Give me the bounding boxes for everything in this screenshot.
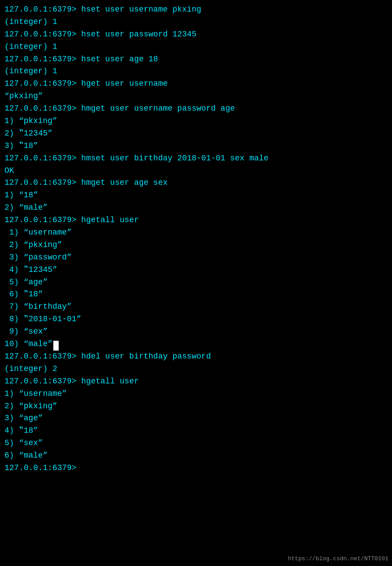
terminal-prompt-line: 127.0.0.1:6379> hgetall user <box>4 214 388 227</box>
terminal-result-line: 1) “username” <box>4 388 388 400</box>
terminal-result-line: 8) ‟2018-01-01” <box>4 313 388 326</box>
terminal-result-line: 3) “password” <box>4 251 388 264</box>
terminal-result-line: 1) “username” <box>4 227 388 239</box>
terminal-result-line: 5) “sex” <box>4 437 388 450</box>
terminal-result-line: “pkxing” <box>4 90 388 103</box>
terminal-result-line: 1) “pkxing” <box>4 115 388 128</box>
terminal-prompt-line: 127.0.0.1:6379> hmset user birthday 2018… <box>4 152 388 165</box>
terminal-result-line: 6) ‟18” <box>4 288 388 301</box>
terminal-result-line: 2) ‟12345” <box>4 128 388 140</box>
terminal-prompt-line: 127.0.0.1:6379> hmget user age sex <box>4 177 388 189</box>
terminal-result-line: OK <box>4 165 388 177</box>
terminal-result-line: 1) “18” <box>4 189 388 202</box>
terminal-result-line: 10) “male” <box>4 338 388 351</box>
terminal-result-line: 6) “male” <box>4 450 388 462</box>
terminal-prompt-line: 127.0.0.1:6379> hget user username <box>4 78 388 90</box>
terminal-prompt-line: 127.0.0.1:6379> hset user username pkxin… <box>4 4 388 16</box>
watermark: https://blog.csdn.net/NTT0101 <box>288 554 388 563</box>
terminal-prompt-line: 127.0.0.1:6379> hset user age 18 <box>4 53 388 66</box>
terminal-result-line: 9) “sex” <box>4 326 388 338</box>
terminal-result-line: 3) “age” <box>4 412 388 425</box>
terminal-cursor <box>53 341 59 351</box>
terminal-result-line: (integer) 1 <box>4 16 388 28</box>
terminal-result-line: 2) “male” <box>4 202 388 214</box>
terminal-result-line: 5) “age” <box>4 276 388 289</box>
terminal-result-line: 4) ‟18” <box>4 425 388 437</box>
terminal-result-line: 7) “birthday” <box>4 301 388 313</box>
terminal-prompt-line: 127.0.0.1:6379> hdel user birthday passw… <box>4 351 388 363</box>
terminal-window: 127.0.0.1:6379> hset user username pkxin… <box>4 4 388 474</box>
terminal-prompt-line: 127.0.0.1:6379> <box>4 462 388 474</box>
terminal-result-line: 2) “pkxing” <box>4 239 388 251</box>
terminal-result-line: (integer) 1 <box>4 41 388 53</box>
terminal-prompt-line: 127.0.0.1:6379> hgetall user <box>4 375 388 388</box>
terminal-result-line: (integer) 2 <box>4 363 388 375</box>
terminal-result-line: (integer) 1 <box>4 65 388 78</box>
terminal-prompt-line: 127.0.0.1:6379> hset user password 12345 <box>4 28 388 41</box>
terminal-result-line: 3) ‟18” <box>4 140 388 152</box>
terminal-prompt-line: 127.0.0.1:6379> hmget user username pass… <box>4 103 388 115</box>
terminal-result-line: 4) ‟12345” <box>4 264 388 276</box>
terminal-result-line: 2) “pkxing” <box>4 400 388 413</box>
